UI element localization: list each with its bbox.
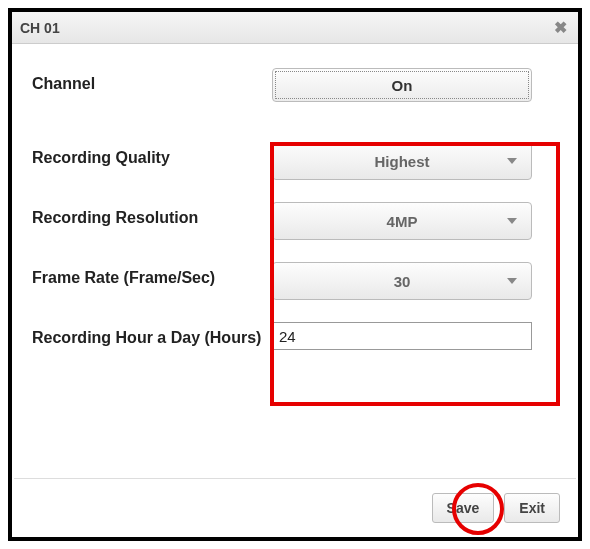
chevron-down-icon bbox=[507, 158, 517, 164]
label-frame-rate: Frame Rate (Frame/Sec) bbox=[32, 262, 272, 288]
quality-value: Highest bbox=[374, 153, 429, 170]
channel-settings-dialog: CH 01 ✖ Channel On Recording Quality Hig… bbox=[8, 8, 582, 541]
chevron-down-icon bbox=[507, 278, 517, 284]
hours-input[interactable] bbox=[272, 322, 532, 350]
label-channel: Channel bbox=[32, 68, 272, 94]
label-hours: Recording Hour a Day (Hours) bbox=[32, 322, 272, 348]
channel-toggle-value: On bbox=[392, 77, 413, 94]
row-channel: Channel On bbox=[32, 68, 558, 102]
dialog-content: Channel On Recording Quality Highest Rec… bbox=[12, 44, 578, 478]
frame-rate-dropdown[interactable]: 30 bbox=[272, 262, 532, 300]
row-hours: Recording Hour a Day (Hours) bbox=[32, 322, 558, 350]
dialog-title: CH 01 bbox=[20, 20, 60, 36]
label-resolution: Recording Resolution bbox=[32, 202, 272, 228]
dialog-footer: Save Exit bbox=[12, 479, 578, 537]
resolution-value: 4MP bbox=[387, 213, 418, 230]
exit-button[interactable]: Exit bbox=[504, 493, 560, 523]
frame-rate-value: 30 bbox=[394, 273, 411, 290]
row-frame-rate: Frame Rate (Frame/Sec) 30 bbox=[32, 262, 558, 300]
save-button[interactable]: Save bbox=[432, 493, 495, 523]
row-quality: Recording Quality Highest bbox=[32, 142, 558, 180]
quality-dropdown[interactable]: Highest bbox=[272, 142, 532, 180]
titlebar: CH 01 ✖ bbox=[12, 12, 578, 44]
chevron-down-icon bbox=[507, 218, 517, 224]
label-quality: Recording Quality bbox=[32, 142, 272, 168]
close-icon[interactable]: ✖ bbox=[550, 18, 570, 38]
channel-toggle[interactable]: On bbox=[272, 68, 532, 102]
resolution-dropdown[interactable]: 4MP bbox=[272, 202, 532, 240]
row-resolution: Recording Resolution 4MP bbox=[32, 202, 558, 240]
